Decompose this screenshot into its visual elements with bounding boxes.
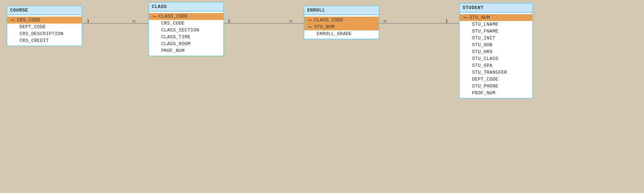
field-student-stu_init: STU_INIT bbox=[460, 35, 532, 42]
table-course: COURSE🗝CRS_CODEDEPT_CODECRS_DESCRIPTIONC… bbox=[7, 5, 82, 46]
field-label: PROF_NUM bbox=[161, 48, 185, 53]
field-student-stu_phone: STU_PHONE bbox=[460, 83, 532, 90]
field-enroll-class_code: 🗝CLASS_CODE bbox=[304, 17, 379, 23]
field-course-dept_code: DEPT_CODE bbox=[7, 23, 82, 30]
table-body-class: 🗝CLASS_CODECRS_CODECLASS_SECTIONCLASS_TI… bbox=[149, 12, 223, 56]
field-student-stu_gpa: STU_GPA bbox=[460, 62, 532, 69]
key-icon: 🗝 bbox=[463, 15, 467, 20]
field-label: STU_PHONE bbox=[472, 83, 498, 89]
field-student-stu_num: 🗝STU_NUM bbox=[460, 14, 532, 21]
rel-enroll-student-left: ∞ bbox=[383, 18, 387, 24]
field-label: STU_LNAME bbox=[472, 22, 498, 27]
field-student-stu_fname: STU_FNAME bbox=[460, 28, 532, 35]
field-student-dept_code: DEPT_CODE bbox=[460, 76, 532, 83]
rel-class-enroll-right: ∞ bbox=[289, 18, 293, 24]
field-label: CLASS_ROOM bbox=[161, 41, 190, 47]
field-label: STU_GPA bbox=[472, 63, 493, 68]
table-body-course: 🗝CRS_CODEDEPT_CODECRS_DESCRIPTIONCRS_CRE… bbox=[7, 15, 82, 46]
table-header-class: CLASS bbox=[149, 3, 223, 12]
field-course-crs_description: CRS_DESCRIPTION bbox=[7, 30, 82, 37]
field-label: STU_INIT bbox=[472, 35, 495, 41]
table-header-course: COURSE bbox=[7, 6, 82, 15]
table-header-enroll: ENROLL bbox=[304, 6, 379, 15]
field-student-stu_dob: STU_DOB bbox=[460, 42, 532, 48]
rel-course-class-right: ∞ bbox=[132, 18, 136, 24]
field-label: STU_NUM bbox=[314, 24, 335, 30]
field-course-crs_code: 🗝CRS_CODE bbox=[7, 17, 82, 23]
key-icon: 🗝 bbox=[11, 18, 15, 22]
field-label: CLASS_SECTION bbox=[161, 27, 199, 33]
table-student: STUDENT🗝STU_NUMSTU_LNAMESTU_FNAMESTU_INI… bbox=[459, 3, 533, 99]
key-icon: 🗝 bbox=[308, 25, 312, 29]
field-class-class_room: CLASS_ROOM bbox=[149, 40, 223, 47]
field-label: STU_TRANSFER bbox=[472, 70, 507, 75]
field-label: ENROLL_GRADE bbox=[317, 31, 352, 37]
table-body-student: 🗝STU_NUMSTU_LNAMESTU_FNAMESTU_INITSTU_DO… bbox=[460, 13, 532, 98]
field-student-stu_transfer: STU_TRANSFER bbox=[460, 69, 532, 76]
field-student-prof_num: PROF_NUM bbox=[460, 90, 532, 96]
rel-class-enroll-left: 1 bbox=[228, 18, 231, 24]
table-body-enroll: 🗝CLASS_CODE🗝STU_NUMENROLL_GRADE bbox=[304, 15, 379, 39]
field-student-stu_hrs: STU_HRS bbox=[460, 48, 532, 55]
table-class: CLASS🗝CLASS_CODECRS_CODECLASS_SECTIONCLA… bbox=[148, 2, 224, 56]
field-class-crs_code: CRS_CODE bbox=[149, 20, 223, 27]
field-course-crs_credit: CRS_CREDIT bbox=[7, 37, 82, 44]
field-label: DEPT_CODE bbox=[20, 24, 46, 30]
field-student-stu_lname: STU_LNAME bbox=[460, 21, 532, 28]
field-label: CLASS_CODE bbox=[314, 17, 343, 23]
field-label: STU_CLASS bbox=[472, 56, 498, 61]
field-label: CLASS_CODE bbox=[159, 14, 188, 19]
er-diagram-canvas: 1 ∞ 1 ∞ ∞ 1 COURSE🗝CRS_CODEDEPT_CODECRS_… bbox=[0, 0, 644, 193]
field-enroll-stu_num: 🗝STU_NUM bbox=[304, 23, 379, 30]
table-header-student: STUDENT bbox=[460, 4, 532, 13]
field-label: CRS_DESCRIPTION bbox=[20, 31, 64, 37]
key-icon: 🗝 bbox=[308, 18, 312, 22]
field-label: STU_DOB bbox=[472, 42, 493, 48]
table-enroll: ENROLL🗝CLASS_CODE🗝STU_NUMENROLL_GRADE bbox=[304, 5, 379, 39]
field-label: DEPT_CODE bbox=[472, 77, 498, 82]
field-class-prof_num: PROF_NUM bbox=[149, 47, 223, 54]
field-label: PROF_NUM bbox=[472, 90, 495, 96]
field-label: STU_HRS bbox=[472, 49, 493, 55]
field-label: CLASS_TIME bbox=[161, 34, 190, 40]
field-label: CRS_CODE bbox=[161, 21, 185, 26]
field-label: STU_NUM bbox=[469, 15, 490, 20]
field-label: CRS_CODE bbox=[17, 17, 40, 23]
field-student-stu_class: STU_CLASS bbox=[460, 55, 532, 62]
rel-enroll-student-right: 1 bbox=[445, 18, 448, 24]
field-enroll-enroll_grade: ENROLL_GRADE bbox=[304, 30, 379, 37]
field-label: CRS_CREDIT bbox=[20, 38, 49, 43]
key-icon: 🗝 bbox=[153, 14, 156, 19]
field-class-class_code: 🗝CLASS_CODE bbox=[149, 13, 223, 20]
field-label: STU_FNAME bbox=[472, 29, 498, 34]
field-class-class_section: CLASS_SECTION bbox=[149, 27, 223, 34]
rel-course-class-left: 1 bbox=[87, 18, 90, 24]
field-class-class_time: CLASS_TIME bbox=[149, 34, 223, 40]
